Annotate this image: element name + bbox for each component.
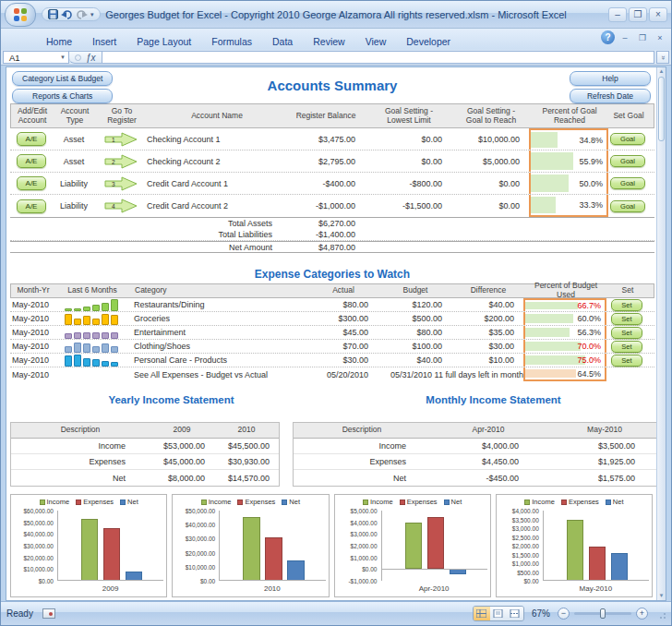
- help-button[interactable]: Help: [570, 71, 651, 86]
- svg-text:1: 1: [112, 136, 115, 142]
- restore-icon[interactable]: ❐: [629, 7, 647, 22]
- cancel-entry-icon[interactable]: [75, 54, 81, 61]
- office-button[interactable]: [5, 3, 36, 27]
- refresh-date-button[interactable]: Refresh Date: [570, 89, 651, 103]
- col-register-balance: Register Balance: [286, 104, 366, 127]
- name-box[interactable]: A1 ▼: [3, 51, 69, 64]
- yearly-row: Expenses $45,000.00 $30,930.00: [11, 454, 279, 470]
- set-budget-button[interactable]: Set: [611, 327, 642, 339]
- scroll-up-icon[interactable]: ▲: [657, 67, 666, 76]
- income-titles: Yearly Income Statement Monthly Income S…: [10, 394, 654, 405]
- tab-home[interactable]: Home: [36, 33, 82, 50]
- add-edit-account-button[interactable]: A/E: [17, 132, 47, 146]
- set-budget-button[interactable]: Set: [611, 313, 642, 325]
- go-to-register-arrow[interactable]: 3: [104, 176, 138, 191]
- zoom-slider[interactable]: [574, 612, 631, 615]
- col-lowest-limit: Goal Setting - Lowest Limit: [366, 104, 452, 127]
- see-all-expenses-link[interactable]: See All Expenses - Budget vs Actual: [130, 370, 307, 379]
- charts-row: IncomeExpensesNet$60,000.00$50,000.00$40…: [10, 494, 654, 597]
- chart-Apr-2010: IncomeExpensesNet$5,000.00$4,000.00$3,00…: [334, 494, 491, 597]
- expense-summary-row: May-2010 See All Expenses - Budget vs Ac…: [10, 367, 654, 381]
- zoom-level-label[interactable]: 67%: [529, 608, 553, 619]
- set-goal-button[interactable]: Goal: [610, 133, 645, 145]
- col-account-name: Account Name: [148, 104, 286, 127]
- formula-bar-expand-icon[interactable]: »: [656, 51, 669, 64]
- save-icon[interactable]: [48, 9, 58, 19]
- percent-goal-cell: 34.8%: [529, 128, 608, 150]
- add-edit-account-button[interactable]: A/E: [17, 176, 47, 190]
- tab-insert[interactable]: Insert: [82, 33, 126, 50]
- add-edit-account-button[interactable]: A/E: [17, 199, 47, 213]
- account-row: A/E Liability 3 Credit Card Account 1 -$…: [10, 173, 654, 195]
- zoom-in-icon[interactable]: +: [636, 608, 648, 620]
- percent-goal-bar: [531, 175, 569, 192]
- undo-icon[interactable]: [61, 9, 73, 19]
- expense-row: May-2010 Restaurants/Dining $80.00 $120.…: [10, 298, 654, 312]
- col-go-to-register: Go To Register: [96, 104, 148, 127]
- tab-developer[interactable]: Developer: [396, 33, 461, 50]
- legend-label-expenses: Expenses: [407, 498, 438, 506]
- set-goal-button[interactable]: Goal: [610, 155, 645, 167]
- plot-area: [543, 511, 649, 581]
- expense-row: May-2010 Entertainment $45.00 $80.00 $35…: [10, 326, 654, 340]
- set-goal-button[interactable]: Goal: [610, 200, 645, 212]
- scrollbar-thumb[interactable]: [658, 77, 665, 141]
- set-budget-button[interactable]: Set: [611, 341, 642, 353]
- legend-swatch-income: [524, 500, 530, 505]
- tab-view[interactable]: View: [355, 33, 397, 50]
- workbook-close-icon[interactable]: ×: [653, 31, 667, 43]
- formula-input[interactable]: [102, 51, 654, 64]
- plot-area: [57, 511, 163, 581]
- go-to-register-arrow[interactable]: 4: [104, 199, 138, 213]
- scroll-down-icon[interactable]: ▼: [657, 592, 666, 600]
- percent-goal-bar: [531, 132, 558, 148]
- set-goal-button[interactable]: Goal: [610, 177, 645, 189]
- legend-label-expenses: Expenses: [245, 498, 275, 506]
- legend-label-expenses: Expenses: [569, 498, 599, 506]
- col-month-yr: Month-Yr: [11, 284, 54, 297]
- chart-2010: IncomeExpensesNet$50,000.00$40,000.00$30…: [172, 494, 329, 597]
- workbook-restore-icon[interactable]: ❐: [635, 31, 650, 43]
- vertical-scrollbar[interactable]: ▲ ▼: [656, 67, 666, 600]
- zoom-slider-thumb[interactable]: [600, 608, 606, 619]
- close-icon[interactable]: ×: [649, 7, 667, 22]
- title-bar: ▾ Georges Budget for Excel - Copyright 2…: [1, 1, 671, 29]
- percent-budget-bar: [525, 355, 585, 365]
- tab-review[interactable]: Review: [303, 33, 354, 50]
- percent-budget-bar: [525, 328, 570, 337]
- minimize-icon[interactable]: –: [608, 7, 627, 22]
- x-axis-label: 2009: [57, 584, 163, 595]
- zoom-out-icon[interactable]: −: [558, 608, 570, 620]
- macro-record-icon[interactable]: [42, 608, 55, 619]
- chart-May-2010: IncomeExpensesNet$4,000.00$3,500.00$3,00…: [496, 494, 653, 597]
- account-row: A/E Asset 1 Checking Account 1 $3,475.00…: [10, 128, 654, 150]
- help-icon[interactable]: ?: [601, 30, 615, 44]
- legend-swatch-expenses: [237, 500, 243, 505]
- tab-formulas[interactable]: Formulas: [201, 33, 262, 50]
- col-difference: Difference: [452, 284, 524, 297]
- legend-label-net: Net: [289, 498, 300, 506]
- x-axis-line: [382, 569, 487, 570]
- office-logo-icon: [13, 7, 28, 22]
- expense-row: May-2010 Clothing/Shoes $70.00 $100.00 $…: [10, 340, 654, 354]
- legend-swatch-net: [282, 500, 287, 505]
- svg-text:2: 2: [112, 158, 115, 164]
- go-to-register-arrow[interactable]: 2: [104, 154, 138, 169]
- qat-customize-icon[interactable]: ▾: [90, 11, 94, 18]
- page-layout-view-icon[interactable]: [490, 607, 507, 620]
- resize-grip[interactable]: [656, 609, 666, 619]
- page-break-view-icon[interactable]: [507, 607, 523, 620]
- set-budget-button[interactable]: Set: [611, 355, 642, 367]
- tab-data[interactable]: Data: [262, 33, 303, 50]
- set-budget-button[interactable]: Set: [611, 299, 642, 311]
- tab-page-layout[interactable]: Page Layout: [126, 33, 201, 50]
- name-box-dropdown-icon[interactable]: ▼: [60, 54, 68, 60]
- redo-icon[interactable]: [76, 9, 88, 19]
- insert-function-icon[interactable]: ƒx: [86, 53, 96, 63]
- svg-text:4: 4: [112, 203, 115, 210]
- normal-view-icon[interactable]: [474, 607, 490, 620]
- go-to-register-arrow[interactable]: 1: [104, 132, 138, 147]
- percent-goal-cell: 50.0%: [529, 173, 608, 194]
- workbook-minimize-icon[interactable]: –: [618, 31, 632, 43]
- add-edit-account-button[interactable]: A/E: [17, 154, 47, 168]
